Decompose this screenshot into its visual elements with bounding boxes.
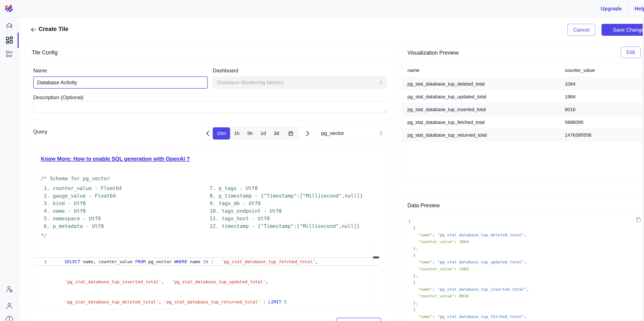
- page-scrollbar-gutter[interactable]: [643, 17, 644, 321]
- schema-comment-open: /* Schema for pg_vector: [41, 175, 110, 182]
- back-button[interactable]: [30, 26, 37, 34]
- openai-sql-help-link[interactable]: Know More: How to enable SQL generation …: [41, 156, 190, 162]
- sidebar-item-info[interactable]: [5, 315, 14, 321]
- sidebar-item-admin-settings[interactable]: [5, 285, 14, 294]
- upgrade-link[interactable]: Upgrade: [601, 0, 622, 17]
- chevron-right-icon: [306, 131, 310, 136]
- sql-line-3: 'pg_stat_database_tup_deleted_total', 'p…: [57, 299, 287, 306]
- run-query-button-partial[interactable]: [336, 318, 381, 321]
- info-icon: [5, 315, 14, 321]
- time-range-next-button[interactable]: [302, 127, 313, 139]
- dashboard-select-value: Database Monitoring Metrics: [217, 79, 284, 85]
- chevron-left-icon: [206, 131, 210, 136]
- sql-line-2: 'pg_stat_database_tup_inserted_total', '…: [57, 279, 268, 285]
- copy-icon: [635, 216, 642, 223]
- section-divider: [25, 120, 394, 120]
- table-row: pg_stat_database_tup_deleted_total 1064: [402, 77, 642, 90]
- datasource-select[interactable]: pg_vector: [316, 127, 386, 139]
- edit-visualization-button[interactable]: Edit: [621, 46, 640, 58]
- copy-json-button[interactable]: [635, 216, 642, 224]
- query-label: Query: [33, 129, 47, 135]
- user-gear-icon: [5, 285, 14, 294]
- time-range-1h[interactable]: 1h: [230, 127, 243, 139]
- dashboard-select[interactable]: Database Monitoring Metrics: [213, 76, 386, 89]
- cell-name: pg_stat_database_tup_fetched_total: [408, 116, 485, 129]
- back-arrow-icon: [30, 26, 37, 33]
- cancel-button[interactable]: Cancel: [568, 24, 595, 36]
- card-divider: [25, 63, 394, 63]
- home-trend-icon: [5, 22, 14, 30]
- sidebar-active-indicator: [18, 32, 19, 48]
- name-input[interactable]: [33, 76, 208, 89]
- cell-name: pg_stat_database_tup_inserted_total: [408, 103, 486, 116]
- table-row: pg_stat_database_tup_fetched_total 56860…: [402, 116, 642, 129]
- time-range-1d[interactable]: 1d: [256, 127, 270, 139]
- cell-value: 1984: [565, 90, 576, 103]
- custom-date-button[interactable]: [283, 127, 298, 139]
- time-range-5h[interactable]: 5h: [243, 127, 256, 139]
- time-range-10m[interactable]: 10m: [213, 127, 230, 139]
- time-range-group: 10m 1h 5h 1d 3d: [202, 127, 313, 140]
- table-row: pg_stat_database_tup_returned_total 1476…: [402, 129, 642, 141]
- sidebar: [0, 17, 19, 321]
- description-label: Description (Optional): [33, 94, 84, 100]
- calendar-icon: [288, 131, 294, 136]
- name-label: Name: [33, 68, 47, 74]
- sql-editor-panel: Know More: How to enable SQL generation …: [33, 147, 387, 309]
- data-preview-title: Data Preview: [408, 202, 440, 209]
- save-changes-button[interactable]: Save Changes: [602, 24, 644, 36]
- line-number: 1: [34, 258, 57, 265]
- column-header-name: name: [408, 63, 419, 77]
- cell-name: pg_stat_database_tup_updated_total: [408, 90, 486, 103]
- visualization-preview-title: Visualization Preview: [408, 50, 458, 56]
- tile-config-card: Tile Config Name Dashboard Database Moni…: [25, 42, 395, 321]
- cell-value: 8016: [565, 103, 576, 116]
- sidebar-divider: [0, 297, 19, 297]
- editor-scrollbar-track[interactable]: [373, 242, 379, 309]
- dashboard-grid-icon: [5, 36, 14, 44]
- tile-config-title: Tile Config: [32, 49, 58, 56]
- datasource-select-value: pg_vector: [321, 130, 344, 136]
- schema-columns-right: 7. p_tags - Utf8 8. p_timestamp - {"Time…: [210, 185, 363, 230]
- visualization-preview-card: Visualization Preview Edit name counter_…: [402, 42, 643, 184]
- sql-query-code[interactable]: 1SELECT name, counter_value FROM pg_vect…: [34, 245, 379, 309]
- table-header-row: name counter_value: [402, 63, 642, 77]
- cell-value: 1476395558: [565, 129, 591, 141]
- list-form-icon: [5, 50, 14, 58]
- time-range-prev-button[interactable]: [202, 127, 213, 139]
- column-header-counter-value: counter_value: [565, 63, 595, 77]
- sidebar-item-forms[interactable]: [5, 50, 14, 58]
- sidebar-item-home[interactable]: [5, 22, 14, 30]
- dashboard-label: Dashboard: [213, 68, 238, 74]
- sql-line-1: SELECT name, counter_value FROM pg_vecto…: [57, 258, 318, 265]
- json-preview[interactable]: [ { "name": "pg_stat_database_tup_delete…: [408, 218, 529, 321]
- cell-name: pg_stat_database_tup_returned_total: [408, 129, 487, 141]
- select-chevrons-icon: [379, 80, 383, 85]
- editor-scrollbar-thumb[interactable]: [373, 257, 379, 258]
- cell-value: 5686095: [565, 116, 584, 129]
- app-logo[interactable]: [4, 3, 14, 14]
- sidebar-item-profile[interactable]: [5, 302, 14, 310]
- table-row: pg_stat_database_tup_inserted_total 8016: [402, 103, 642, 116]
- cell-value: 1064: [565, 78, 576, 90]
- help-link[interactable]: Help: [634, 0, 644, 17]
- description-input[interactable]: [33, 101, 386, 113]
- time-range-3d[interactable]: 3d: [270, 127, 283, 139]
- sidebar-item-dashboards[interactable]: [5, 36, 14, 44]
- schema-comment-close: */: [41, 232, 47, 239]
- select-chevrons-icon: [379, 130, 383, 136]
- top-bar: Upgrade Help: [0, 0, 644, 17]
- page-title: Create Tile: [38, 26, 68, 32]
- data-preview-card: Data Preview [ { "name": "pg_stat_databa…: [402, 196, 643, 321]
- create-tile-page: Upgrade Help: [0, 0, 644, 321]
- cell-name: pg_stat_database_tup_deleted_total: [408, 78, 485, 90]
- table-row: pg_stat_database_tup_updated_total 1984: [402, 90, 642, 103]
- schema-columns-left: 1. counter_value - Float64 2. gauge_valu…: [41, 185, 122, 230]
- user-icon: [5, 302, 14, 310]
